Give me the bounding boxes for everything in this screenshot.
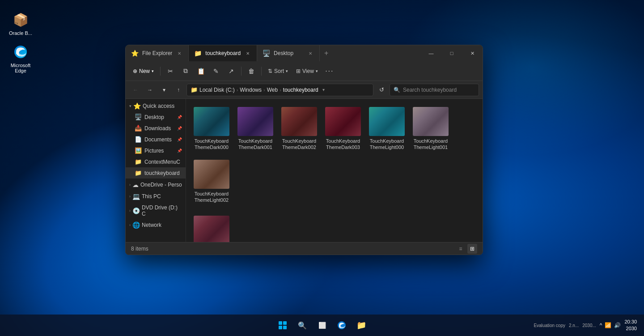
breadcrumb-web[interactable]: Web	[267, 87, 278, 93]
network-chevron-icon: ›	[129, 223, 131, 227]
oracle-desktop-icon[interactable]: 📦 Oracle B...	[4, 9, 37, 38]
chevron-icon[interactable]: ^	[600, 322, 602, 328]
sidebar-onedrive-header[interactable]: › ☁ OneDrive - Perso	[126, 179, 186, 190]
file-explorer-tab-icon: ⭐	[131, 50, 139, 57]
file-thumb-light003	[194, 216, 229, 242]
toolbar: ⊕ New ▾ ✂ ⧉ 📋 ✎ ↗ 🗑 ⇅ Sort ▾ ⊞ View ▾ ··…	[126, 61, 483, 81]
breadcrumb-local-disk[interactable]: Local Disk (C:)	[199, 87, 235, 93]
documents-folder-icon: 📄	[135, 136, 142, 143]
file-item-light003[interactable]: TouchKeyboardThemeLight003	[191, 213, 232, 242]
sidebar-dvd-header[interactable]: › 💿 DVD Drive (D:) C	[126, 203, 186, 219]
build-text: 2030...	[582, 323, 596, 328]
file-item-dark000[interactable]: TouchKeyboardThemeDark000	[191, 104, 232, 153]
file-item-light001[interactable]: TouchKeyboardThemeLight001	[411, 104, 451, 153]
sidebar-documents-label: Documents	[144, 136, 172, 143]
breadcrumb-dropdown-button[interactable]: ▾	[320, 86, 327, 94]
file-thumb-dark003	[325, 107, 361, 136]
system-tray[interactable]: ^ 📶 🔊	[600, 322, 621, 328]
sidebar-network-header[interactable]: › 🌐 Network	[126, 220, 186, 230]
this-pc-chevron-icon: ›	[129, 194, 131, 199]
breadcrumb-bar[interactable]: 📁 Local Disk (C:) › Windows › Web › touc…	[186, 84, 373, 96]
file-item-dark002[interactable]: TouchKeyboardThemeDark002	[279, 104, 319, 153]
file-item-dark001[interactable]: TouchKeyboardThemeDark001	[235, 104, 275, 153]
search-bar[interactable]: 🔍 Search touchkeyboard	[390, 84, 479, 96]
sidebar-item-documents[interactable]: 📄 Documents 📌	[126, 134, 186, 145]
taskbar: 🔍 ⬜ 📁 Evaluation copy 2.n... 2030... ^ 📶…	[0, 315, 644, 336]
paste-button[interactable]: 📋	[194, 64, 208, 78]
up-button[interactable]: ↑	[172, 84, 185, 96]
maximize-button[interactable]: □	[441, 45, 462, 61]
file-name-dark003: TouchKeyboardThemeDark003	[326, 138, 360, 151]
start-button[interactable]	[274, 316, 292, 334]
this-pc-computer-icon: 💻	[132, 193, 140, 200]
tab-desktop[interactable]: 🖥️ Desktop ✕	[257, 45, 320, 61]
new-plus-icon: ⊕	[133, 68, 137, 74]
breadcrumb-touchkeyboard[interactable]: touchkeyboard	[283, 87, 318, 93]
eval-copy-text: Evaluation copy	[534, 323, 565, 328]
sidebar-section-onedrive: › ☁ OneDrive - Perso	[126, 179, 186, 190]
toolbar-separator-2	[241, 67, 242, 76]
clock[interactable]: 20:30 2030	[624, 319, 637, 332]
this-pc-label: This PC	[142, 193, 161, 200]
onedrive-cloud-icon: ☁	[132, 181, 139, 188]
new-tab-button[interactable]: +	[320, 45, 333, 61]
touchkeyboard-tab-close[interactable]: ✕	[244, 50, 251, 57]
file-item-dark003[interactable]: TouchKeyboardThemeDark003	[323, 104, 363, 153]
oracle-label: Oracle B...	[9, 30, 32, 36]
grid-view-button[interactable]: ⊞	[467, 244, 477, 254]
sidebar-section-this-pc: › 💻 This PC	[126, 191, 186, 202]
sidebar-downloads-label: Downloads	[144, 125, 171, 132]
new-button[interactable]: ⊕ New ▾	[129, 64, 157, 78]
breadcrumb-sep-3: ›	[280, 87, 281, 93]
file-explorer-window: ⭐ File Explorer ✕ 📁 touchkeyboard ✕ 🖥️ D…	[125, 45, 483, 255]
taskbar-right: Evaluation copy 2.n... 2030... ^ 📶 🔊 20:…	[534, 319, 637, 332]
back-button[interactable]: ←	[129, 84, 142, 96]
sort-label: Sort	[274, 68, 284, 74]
statusbar: 8 items ≡ ⊞	[126, 242, 483, 255]
forward-button[interactable]: →	[144, 84, 156, 96]
file-explorer-tab-close[interactable]: ✕	[176, 50, 183, 57]
desktop-tab-label: Desktop	[274, 50, 303, 56]
share-button[interactable]: ↗	[224, 64, 238, 78]
tab-file-explorer[interactable]: ⭐ File Explorer ✕	[126, 45, 189, 61]
file-item-light002[interactable]: TouchKeyboardThemeLight002	[191, 157, 232, 206]
sort-icon: ⇅	[268, 68, 272, 74]
copy-button[interactable]: ⧉	[178, 64, 193, 78]
file-thumb-light001	[413, 107, 449, 136]
taskbar-center: 🔍 ⬜ 📁	[274, 316, 370, 334]
refresh-button[interactable]: ↺	[375, 84, 388, 96]
quick-access-star-icon: ⭐	[133, 102, 141, 110]
view-button[interactable]: ⊞ View ▾	[292, 64, 322, 78]
sidebar-item-touchkeyboard[interactable]: 📁 touchkeyboard	[126, 167, 186, 179]
sidebar-item-desktop[interactable]: 🖥️ Desktop 📌	[126, 111, 186, 123]
file-thumb-dark002	[281, 107, 317, 136]
close-button[interactable]: ✕	[462, 45, 483, 61]
delete-button[interactable]: 🗑	[244, 64, 258, 78]
sidebar-item-downloads[interactable]: 📥 Downloads 📌	[126, 123, 186, 134]
desktop-tab-close[interactable]: ✕	[307, 50, 314, 57]
sidebar-quick-access-header[interactable]: ▾ ⭐ Quick access	[126, 101, 186, 111]
cut-button[interactable]: ✂	[163, 64, 178, 78]
search-taskbar-button[interactable]: 🔍	[293, 316, 311, 334]
file-item-light000[interactable]: TouchKeyboardThemeLight000	[367, 104, 407, 153]
edge-label: Microsoft Edge	[6, 63, 35, 73]
tab-touchkeyboard[interactable]: 📁 touchkeyboard ✕	[189, 45, 257, 61]
dvd-chevron-icon: ›	[129, 208, 131, 213]
sidebar-item-contextmenu[interactable]: 📁 ContextMenuC	[126, 156, 186, 167]
minimize-button[interactable]: —	[421, 45, 441, 61]
edge-desktop-icon[interactable]: Microsoft Edge	[4, 41, 37, 75]
sidebar-this-pc-header[interactable]: › 💻 This PC	[126, 191, 186, 202]
sidebar-item-pictures[interactable]: 🖼️ Pictures 📌	[126, 145, 186, 156]
file-explorer-taskbar-icon[interactable]: 📁	[352, 316, 370, 334]
file-explorer-tab-label: File Explorer	[142, 50, 172, 56]
rename-button[interactable]: ✎	[209, 64, 223, 78]
edge-taskbar-icon[interactable]	[333, 316, 351, 334]
breadcrumb-windows[interactable]: Windows	[240, 87, 262, 93]
more-button[interactable]: ···	[322, 64, 337, 78]
sort-button[interactable]: ⇅ Sort ▾	[264, 64, 292, 78]
contextmenu-folder-icon: 📁	[135, 158, 142, 165]
recent-button[interactable]: ▾	[158, 84, 170, 96]
view-label: View	[302, 68, 314, 74]
task-view-button[interactable]: ⬜	[313, 316, 331, 334]
list-view-button[interactable]: ≡	[456, 244, 466, 254]
